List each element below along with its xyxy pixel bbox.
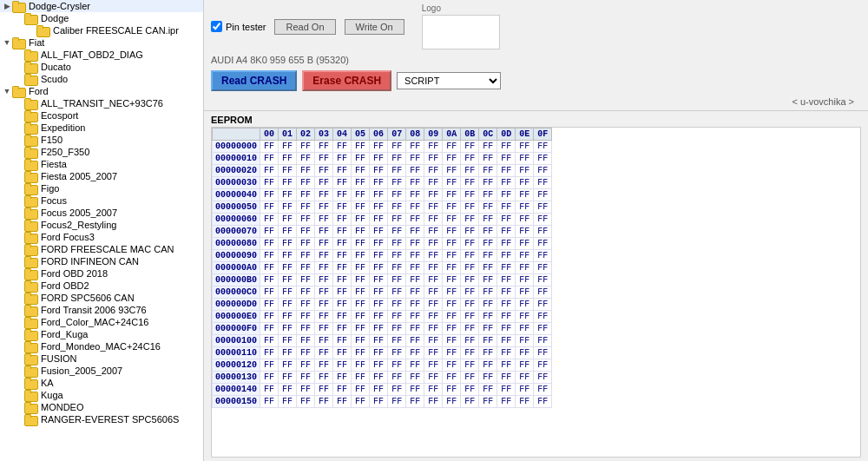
tree-label-fiesta: Fiesta (41, 159, 67, 169)
tree-item-focus[interactable]: Focus (0, 194, 203, 207)
eeprom-cell-2-11: FF (461, 165, 479, 177)
tree-item-scudo[interactable]: Scudo (0, 73, 203, 85)
folder-icon-ka (24, 378, 38, 388)
tree-item-f150[interactable]: F150 (0, 134, 203, 146)
eeprom-cell-8-4: FF (333, 238, 352, 250)
tree-label-ford-focus3: Ford Focus3 (41, 232, 95, 242)
tree-item-all-fiat[interactable]: ALL_FIAT_OBD2_DIAG (0, 49, 203, 61)
tree-item-f250-f350[interactable]: F250_F350 (0, 146, 203, 158)
tree-item-ka[interactable]: KA (0, 377, 203, 389)
eeprom-cell-6-6: FF (370, 214, 388, 226)
eeprom-addr-16: 00000100 (213, 335, 260, 347)
eeprom-cell-15-6: FF (370, 323, 388, 335)
script-dropdown[interactable]: SCRIPT SCRIPT1 SCRIPT2 (397, 72, 501, 89)
eeprom-cell-14-12: FF (479, 311, 497, 323)
eeprom-cell-12-2: FF (297, 286, 315, 299)
logo-label: Logo (422, 3, 500, 13)
read-crash-button[interactable]: Read CRASH (211, 70, 297, 91)
eeprom-cell-16-7: FF (388, 335, 406, 347)
tree-item-all-transit[interactable]: ALL_TRANSIT_NEC+93C76 (0, 97, 203, 109)
eeprom-addr-7: 00000070 (213, 226, 260, 238)
tree-item-caliber[interactable]: Caliber FREESCALE CAN.ipr (0, 24, 203, 36)
eeprom-cell-2-3: FF (315, 165, 333, 177)
eeprom-cell-17-12: FF (479, 347, 497, 359)
tree-item-fusion-2005[interactable]: Fusion_2005_2007 (0, 365, 203, 377)
eeprom-cell-18-2: FF (297, 359, 315, 372)
tree-label-mondeo: MONDEO (41, 402, 84, 412)
eeprom-cell-3-0: FF (260, 177, 279, 189)
eeprom-addr-0: 00000000 (213, 141, 260, 153)
eeprom-cell-9-6: FF (370, 250, 388, 262)
eeprom-cell-15-13: FF (497, 323, 516, 335)
tree-item-fusion[interactable]: FUSION (0, 352, 203, 365)
eeprom-cell-6-13: FF (497, 214, 516, 226)
tree-item-dodge[interactable]: Dodge (0, 12, 203, 24)
eeprom-cell-13-15: FF (534, 299, 552, 311)
tree-item-ford-obd2[interactable]: Ford OBD2 (0, 280, 203, 292)
eeprom-cell-9-0: FF (260, 250, 279, 262)
read-on-button[interactable]: Read On (274, 19, 335, 35)
tree-item-kuga[interactable]: Kuga (0, 389, 203, 401)
tree-item-ford-freescale[interactable]: FORD FREESCALE MAC CAN (0, 243, 203, 255)
folder-icon-all-fiat (24, 49, 38, 60)
eeprom-cell-20-4: FF (333, 384, 352, 396)
eeprom-cell-12-1: FF (279, 286, 297, 299)
eeprom-cell-21-13: FF (497, 396, 516, 408)
erase-crash-button[interactable]: Erase CRASH (302, 70, 391, 91)
eeprom-cell-2-2: FF (297, 165, 315, 177)
tree-item-focus-2005[interactable]: Focus 2005_2007 (0, 207, 203, 219)
eeprom-cell-8-1: FF (279, 238, 297, 250)
tree-item-ford-kuga[interactable]: Ford_Kuga (0, 328, 203, 340)
tree-item-ducato[interactable]: Ducato (0, 61, 203, 73)
tree-item-figo[interactable]: Figo (0, 182, 203, 194)
eeprom-cell-0-5: FF (352, 141, 370, 153)
tree-item-focus2-restyling[interactable]: Focus2_Restyling (0, 219, 203, 231)
eeprom-cell-11-7: FF (388, 274, 406, 286)
tree-item-ford-transit-2006[interactable]: Ford Transit 2006 93C76 (0, 304, 203, 316)
file-tree[interactable]: ▶Dodge-CryslerDodgeCaliber FREESCALE CAN… (0, 0, 204, 461)
tree-item-fiat[interactable]: ▼Fiat (0, 36, 203, 49)
eeprom-cell-10-2: FF (297, 262, 315, 274)
tree-item-fiesta[interactable]: Fiesta (0, 158, 203, 170)
eeprom-table-container[interactable]: 000102030405060708090A0B0C0D0E0F 0000000… (211, 127, 861, 458)
u-vovchika-link[interactable]: < u-vovchika > (211, 96, 861, 107)
tree-item-ford-focus3[interactable]: Ford Focus3 (0, 231, 203, 243)
eeprom-cell-5-3: FF (315, 201, 333, 214)
tree-item-expedition[interactable]: Expedition (0, 122, 203, 134)
eeprom-cell-16-6: FF (370, 335, 388, 347)
eeprom-row-16: 00000100FFFFFFFFFFFFFFFFFFFFFFFFFFFFFFFF (213, 335, 552, 347)
eeprom-cell-19-8: FF (406, 372, 424, 384)
eeprom-cell-20-1: FF (279, 384, 297, 396)
tree-item-ranger-everest[interactable]: RANGER-EVEREST SPC5606S (0, 413, 203, 425)
eeprom-cell-7-10: FF (443, 226, 461, 238)
eeprom-cell-7-12: FF (479, 226, 497, 238)
eeprom-row-2: 00000020FFFFFFFFFFFFFFFFFFFFFFFFFFFFFFFF (213, 165, 552, 177)
write-on-button[interactable]: Write On (345, 19, 404, 35)
tree-item-fiesta-2005[interactable]: Fiesta 2005_2007 (0, 170, 203, 182)
eeprom-cell-7-13: FF (497, 226, 516, 238)
folder-icon-ford-focus3 (24, 232, 38, 242)
tree-item-ford-obd-2018[interactable]: Ford OBD 2018 (0, 267, 203, 280)
pin-tester-checkbox[interactable] (211, 21, 222, 32)
tree-item-ecosport[interactable]: Ecosport (0, 109, 203, 122)
eeprom-cell-1-7: FF (388, 153, 406, 165)
eeprom-cell-3-2: FF (297, 177, 315, 189)
eeprom-cell-14-8: FF (406, 311, 424, 323)
tree-item-mondeo[interactable]: MONDEO (0, 401, 203, 413)
tree-item-ford[interactable]: ▼Ford (0, 85, 203, 97)
tree-item-ford-mondeo[interactable]: Ford_Mondeo_MAC+24C16 (0, 340, 203, 352)
eeprom-cell-8-10: FF (443, 238, 461, 250)
eeprom-cell-14-0: FF (260, 311, 279, 323)
eeprom-cell-0-14: FF (516, 141, 534, 153)
tree-item-ford-spc5606[interactable]: FORD SPC5606 CAN (0, 292, 203, 304)
eeprom-cell-20-13: FF (497, 384, 516, 396)
tree-item-ford-infineon[interactable]: FORD INFINEON CAN (0, 255, 203, 267)
tree-item-ford-color-mac[interactable]: Ford_Color_MAC+24C16 (0, 316, 203, 328)
eeprom-cell-17-6: FF (370, 347, 388, 359)
tree-label-caliber: Caliber FREESCALE CAN.ipr (53, 25, 179, 36)
tree-label-ford-freescale: FORD FREESCALE MAC CAN (41, 244, 174, 254)
eeprom-cell-18-0: FF (260, 359, 279, 372)
eeprom-cell-12-7: FF (388, 286, 406, 299)
tree-item-dodge-crysler[interactable]: ▶Dodge-Crysler (0, 0, 203, 12)
tree-label-dodge: Dodge (41, 13, 69, 23)
